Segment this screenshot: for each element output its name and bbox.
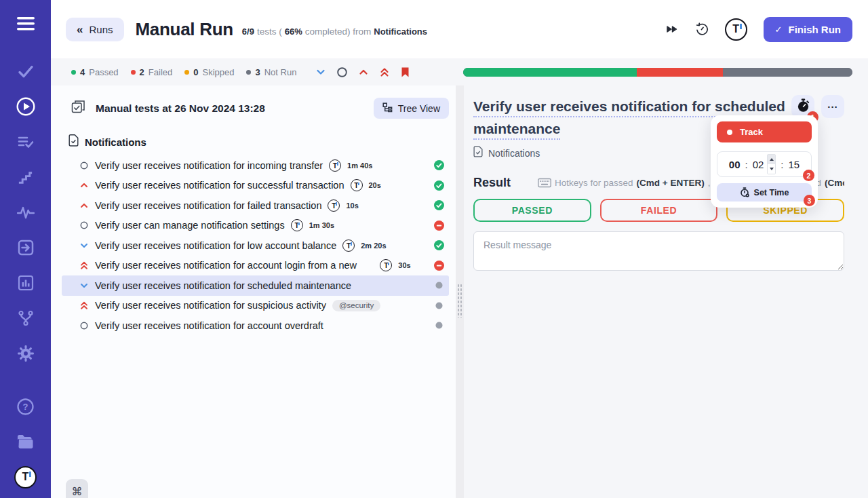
- app-logo[interactable]: T: [12, 467, 40, 487]
- seconds-value[interactable]: 15: [789, 159, 800, 170]
- test-row[interactable]: Verify user receives notification for lo…: [62, 235, 449, 256]
- set-time-button[interactable]: Set Time 3: [717, 183, 812, 202]
- help-icon[interactable]: ?: [12, 396, 40, 417]
- test-row-title: Verify user receives notification for lo…: [95, 240, 336, 251]
- tests-check-icon[interactable]: [12, 61, 40, 81]
- test-duration: 2m 20s: [361, 242, 386, 250]
- file-check-icon: [68, 134, 79, 149]
- stepper-up-button[interactable]: [768, 155, 775, 164]
- timer-button[interactable]: 1: [791, 95, 814, 118]
- testomat-logo-icon: T: [328, 199, 340, 212]
- stepper-down-button[interactable]: [768, 164, 775, 174]
- test-row[interactable]: Verify user receives notification for sc…: [62, 275, 449, 296]
- pulse-icon[interactable]: [12, 202, 40, 223]
- runs-play-icon[interactable]: [12, 96, 40, 117]
- files-folder-icon[interactable]: [12, 432, 40, 452]
- settings-gear-icon[interactable]: [12, 343, 40, 364]
- test-status-passed-badge: [434, 200, 444, 210]
- testomat-logo-icon: T: [380, 259, 392, 271]
- retry-timer-icon[interactable]: [694, 22, 709, 37]
- run-progress-bar: [463, 68, 852, 77]
- svg-text:?: ?: [23, 402, 28, 412]
- test-row-title: Verify user receives notification for sc…: [95, 280, 351, 291]
- test-duration: 30s: [398, 261, 410, 269]
- track-button[interactable]: Track: [717, 121, 812, 142]
- run-title: Manual tests at 26 Nov 2024 13:28: [96, 102, 265, 115]
- bookmark-filter-icon[interactable]: [400, 66, 410, 78]
- test-status-failed-badge: [434, 261, 444, 271]
- double-chevron-up-filter-icon[interactable]: [379, 66, 390, 78]
- analytics-icon[interactable]: [12, 273, 40, 293]
- status-count-skipped[interactable]: 0Skipped: [184, 67, 234, 77]
- more-options-button[interactable]: ...: [821, 95, 844, 118]
- suite-section-row[interactable]: Notifications: [62, 133, 449, 151]
- status-bar: 4Passed2Failed0Skipped3Not Run: [51, 58, 868, 85]
- tree-icon: [382, 102, 393, 115]
- status-counts: 4Passed2Failed0Skipped3Not Run: [71, 67, 296, 77]
- minutes-value[interactable]: 02: [753, 159, 764, 170]
- test-row[interactable]: Verify user receives notification for ac…: [62, 315, 449, 336]
- test-row-title: Verify user receives notification for su…: [95, 300, 326, 311]
- set-time-step-badge: 3: [804, 195, 815, 206]
- sign-in-icon[interactable]: [12, 237, 40, 258]
- test-list-panel: Manual tests at 26 Nov 2024 13:28 Tree V…: [51, 85, 456, 498]
- finish-run-button[interactable]: ✓ Finish Run: [764, 17, 852, 42]
- test-row[interactable]: Verify user receives notification for ac…: [62, 256, 449, 276]
- test-row[interactable]: Verify user receives notification for su…: [62, 176, 449, 196]
- clipboard-check-icon: [71, 100, 85, 117]
- up2-marker-icon: [79, 261, 89, 270]
- time-input[interactable]: 00 : 02 : 15 2: [717, 151, 812, 177]
- test-row[interactable]: Verify user receives notification for su…: [62, 296, 449, 316]
- back-label: Runs: [89, 24, 113, 35]
- chevron-down-filter-icon[interactable]: [315, 66, 326, 77]
- circle-filter-icon[interactable]: [336, 66, 348, 78]
- run-progress-subtitle: 6/9 tests ( 66% completed) from Notifica…: [242, 22, 427, 37]
- test-status-passed-badge: [434, 180, 444, 191]
- test-row[interactable]: Verify user receives notification for fa…: [62, 195, 449, 216]
- test-row[interactable]: Verify user receives notification for in…: [62, 155, 449, 176]
- status-count-not-run[interactable]: 3Not Run: [246, 67, 296, 77]
- app-window: ? T « Runs Manual Run 6/9 tests ( 66% co…: [0, 0, 868, 498]
- circle-marker-icon: [79, 161, 89, 170]
- test-row-title: Verify user receives notification for ac…: [95, 320, 323, 331]
- stopwatch-icon: [797, 98, 810, 115]
- test-status-failed-badge: [434, 221, 444, 231]
- hours-value[interactable]: 00: [729, 159, 741, 170]
- test-duration: 10s: [346, 202, 358, 210]
- failed-button[interactable]: FAILED: [600, 199, 718, 222]
- up-marker-icon: [79, 201, 89, 210]
- test-row-title: Verify user receives notification for ac…: [95, 260, 357, 271]
- test-row-title: Verify user receives notification for su…: [95, 180, 344, 191]
- passed-button[interactable]: PASSED: [473, 199, 591, 222]
- tree-view-button[interactable]: Tree View: [374, 98, 449, 119]
- file-check-icon: [473, 146, 483, 160]
- divider-drag-handle[interactable]: [457, 284, 462, 318]
- test-row[interactable]: Verify user can manage notification sett…: [62, 216, 449, 236]
- circle-marker-icon: [79, 221, 89, 230]
- command-hotkeys-button[interactable]: ⌘: [66, 479, 88, 498]
- back-to-runs-button[interactable]: « Runs: [66, 18, 124, 41]
- keyboard-icon: [538, 178, 551, 188]
- testomat-logo-icon: T: [329, 159, 341, 172]
- assignee-logo-avatar[interactable]: T: [725, 18, 747, 41]
- steps-icon[interactable]: [12, 167, 40, 187]
- status-count-failed[interactable]: 2Failed: [131, 67, 173, 77]
- status-dot-icon: [71, 70, 76, 75]
- result-message-input[interactable]: [473, 231, 844, 271]
- ellipsis-icon: ...: [827, 104, 838, 109]
- menu-icon[interactable]: [12, 14, 40, 34]
- status-dot-icon: [246, 70, 251, 75]
- test-tag[interactable]: @security: [332, 300, 380, 311]
- chevron-up-filter-icon[interactable]: [358, 66, 369, 77]
- fast-forward-icon[interactable]: [665, 24, 678, 35]
- tests-fraction: 6/9: [242, 26, 254, 37]
- status-count-passed[interactable]: 4Passed: [71, 67, 119, 77]
- circle-marker-icon: [79, 321, 89, 330]
- minutes-stepper: [767, 154, 776, 174]
- test-duration: 1m 40s: [347, 161, 372, 170]
- test-row-title: Verify user can manage notification sett…: [95, 220, 285, 231]
- checklist-icon[interactable]: [12, 132, 40, 152]
- status-dot-icon: [131, 70, 136, 75]
- branch-icon[interactable]: [12, 308, 40, 328]
- up-marker-icon: [79, 180, 89, 190]
